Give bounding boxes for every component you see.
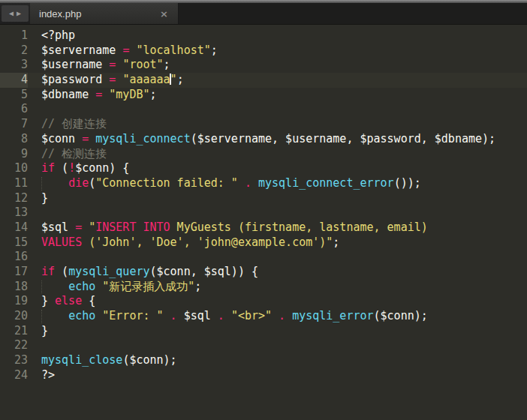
indent-guide xyxy=(41,310,42,323)
line-number: 19 xyxy=(0,294,28,309)
code-line-content xyxy=(28,206,527,220)
code-line-content xyxy=(28,102,527,117)
line-number: 3 xyxy=(0,58,28,73)
code-line[interactable]: 24?> xyxy=(0,368,527,383)
line-number: 14 xyxy=(0,220,28,236)
line-number: 23 xyxy=(0,353,28,368)
code-line-content: } xyxy=(28,324,527,339)
line-number: 18 xyxy=(0,280,28,295)
code-line[interactable]: 16 xyxy=(0,250,527,265)
code-line-content: if (!$conn) { xyxy=(28,161,527,176)
code-line[interactable]: 19} else { xyxy=(0,294,527,309)
code-line[interactable]: 11 die("Connection failed: " . mysqli_co… xyxy=(0,176,527,191)
line-number: 6 xyxy=(0,102,28,117)
code-line[interactable]: 6 xyxy=(0,102,527,117)
code-line-content: $password = "aaaaaa"; xyxy=(28,73,527,88)
line-number: 2 xyxy=(0,44,28,58)
line-number: 21 xyxy=(0,324,28,339)
line-number: 12 xyxy=(0,191,28,206)
tab-title: index.php xyxy=(39,8,81,20)
code-line[interactable]: 22 xyxy=(0,338,527,353)
line-number: 4 xyxy=(0,73,28,88)
code-line-content: $sql = "INSERT INTO MyGuests (firstname,… xyxy=(28,220,527,236)
code-line-content: } xyxy=(28,191,527,206)
line-number: 17 xyxy=(0,265,28,280)
code-line[interactable]: 18 echo "新记录插入成功"; xyxy=(0,280,527,295)
line-number: 9 xyxy=(0,147,28,162)
code-line-content: ?> xyxy=(28,368,527,383)
code-line[interactable]: 5$dbname = "myDB"; xyxy=(0,88,527,103)
code-line[interactable]: 12} xyxy=(0,191,527,206)
code-line-content: echo "新记录插入成功"; xyxy=(28,280,527,295)
code-line-content: VALUES ('John', 'Doe', 'john@example.com… xyxy=(28,236,527,250)
code-line[interactable]: 9// 检测连接 xyxy=(0,147,527,162)
code-line-content: $username = "root"; xyxy=(28,58,527,73)
code-line-content: mysqli_close($conn); xyxy=(28,353,527,368)
line-number: 1 xyxy=(0,28,28,44)
code-line[interactable]: 13 xyxy=(0,206,527,220)
nav-back-icon[interactable]: ◀ xyxy=(9,10,14,17)
line-number: 5 xyxy=(0,88,28,103)
code-line-content: $servername = "localhost"; xyxy=(28,44,527,58)
code-line-content: } else { xyxy=(28,294,527,309)
code-line[interactable]: 8$conn = mysqli_connect($servername, $us… xyxy=(0,132,527,147)
line-number: 24 xyxy=(0,368,28,383)
code-line-content: die("Connection failed: " . mysqli_conne… xyxy=(28,176,527,191)
code-line[interactable]: 21} xyxy=(0,324,527,339)
code-line-content: // 检测连接 xyxy=(28,147,527,162)
code-line[interactable]: 2$servername = "localhost"; xyxy=(0,44,527,58)
tab-index-php[interactable]: index.php × xyxy=(30,3,179,24)
code-line[interactable]: 10if (!$conn) { xyxy=(0,161,527,176)
code-line[interactable]: 14$sql = "INSERT INTO MyGuests (firstnam… xyxy=(0,220,527,236)
code-line[interactable]: 23mysqli_close($conn); xyxy=(0,353,527,368)
code-line-content xyxy=(28,250,527,265)
indent-guide xyxy=(41,177,42,190)
line-number: 15 xyxy=(0,236,28,250)
tab-bar: ◀ ▶ index.php × xyxy=(0,3,527,25)
editor-window: ◀ ▶ index.php × 1<?php2$servername = "lo… xyxy=(0,0,527,420)
code-line[interactable]: 15VALUES ('John', 'Doe', 'john@example.c… xyxy=(0,236,527,250)
line-number: 20 xyxy=(0,309,28,324)
code-line[interactable]: 4$password = "aaaaaa"; xyxy=(0,73,527,88)
code-line[interactable]: 17if (mysqli_query($conn, $sql)) { xyxy=(0,265,527,280)
line-number: 13 xyxy=(0,206,28,220)
code-line[interactable]: 1<?php xyxy=(0,28,527,44)
code-line-content: $conn = mysqli_connect($servername, $use… xyxy=(28,132,527,147)
line-number: 8 xyxy=(0,132,28,147)
line-number: 10 xyxy=(0,161,28,176)
code-line-content: if (mysqli_query($conn, $sql)) { xyxy=(28,265,527,280)
line-number: 11 xyxy=(0,176,28,191)
code-line-content xyxy=(28,338,527,353)
code-line-content: $dbname = "myDB"; xyxy=(28,88,527,103)
code-line[interactable]: 3$username = "root"; xyxy=(0,58,527,73)
line-number: 22 xyxy=(0,338,28,353)
code-line-content: // 创建连接 xyxy=(28,117,527,132)
tab-nav-controls[interactable]: ◀ ▶ xyxy=(2,5,29,22)
tab-bar-empty-area xyxy=(179,3,527,24)
code-line-content: echo "Error: " . $sql . "<br>" . mysqli_… xyxy=(28,309,527,324)
code-line[interactable]: 20 echo "Error: " . $sql . "<br>" . mysq… xyxy=(0,309,527,324)
line-number: 7 xyxy=(0,117,28,132)
code-line-content: <?php xyxy=(28,28,527,44)
indent-guide xyxy=(41,280,42,294)
code-editor[interactable]: 1<?php2$servername = "localhost";3$usern… xyxy=(0,25,527,383)
tab-close-icon[interactable]: × xyxy=(160,9,168,19)
line-number: 16 xyxy=(0,250,28,265)
code-line[interactable]: 7// 创建连接 xyxy=(0,117,527,132)
nav-forward-icon[interactable]: ▶ xyxy=(17,10,21,17)
